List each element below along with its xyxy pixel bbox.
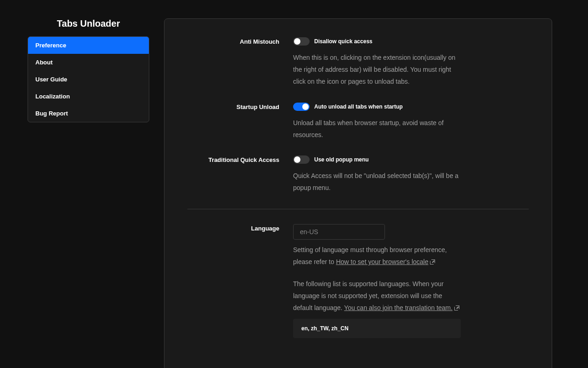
nav-item-preference[interactable]: Preference [28,37,149,54]
setting-language: Language Setting of language must throug… [187,224,529,338]
setting-anti-mistouch: Anti Mistouch Disallow quick access When… [187,37,529,88]
nav-item-localization[interactable]: Localization [28,88,149,105]
external-link-icon [430,259,435,264]
setting-startup-unload: Startup Unload Auto unload all tabs when… [187,103,529,141]
setting-traditional-quick-access: Traditional Quick Access Use old popup m… [187,155,529,194]
how-to-set-locale-link[interactable]: How to set your browser's locale [336,258,428,265]
toggle-label: Auto unload all tabs when startup [314,104,403,110]
toggle-label: Use old popup menu [314,156,369,163]
join-translation-link[interactable]: You can also join the translation team. [344,304,452,311]
toggle-label: Disallow quick access [314,38,373,45]
language-input[interactable] [293,224,385,240]
setting-title: Language [187,224,293,338]
main-panel: Anti Mistouch Disallow quick access When… [164,18,552,368]
nav-item-user-guide[interactable]: User Guide [28,71,149,88]
nav-list: Preference About User Guide Localization… [28,36,149,122]
sidebar: Tabs Unloader Preference About User Guid… [28,18,149,368]
app-title: Tabs Unloader [28,18,149,29]
supported-languages-list: en, zh_TW, zh_CN [293,319,461,338]
setting-description: When this is on, clicking on the extensi… [293,52,461,88]
language-description: Setting of language must through browser… [293,244,461,268]
setting-description: Quick Access will not be "unload selecte… [293,170,461,194]
external-link-icon [454,305,459,310]
setting-description: Unload all tabs when browser startup, av… [293,117,461,141]
setting-title: Anti Mistouch [187,37,293,88]
setting-title: Traditional Quick Access [187,155,293,194]
nav-item-about[interactable]: About [28,54,149,71]
divider [187,209,529,209]
anti-mistouch-toggle[interactable] [293,37,310,46]
traditional-quick-access-toggle[interactable] [293,155,310,164]
nav-item-bug-report[interactable]: Bug Report [28,105,149,122]
startup-unload-toggle[interactable] [293,103,310,111]
setting-title: Startup Unload [187,103,293,141]
language-description-2: The following list is supported language… [293,278,461,314]
